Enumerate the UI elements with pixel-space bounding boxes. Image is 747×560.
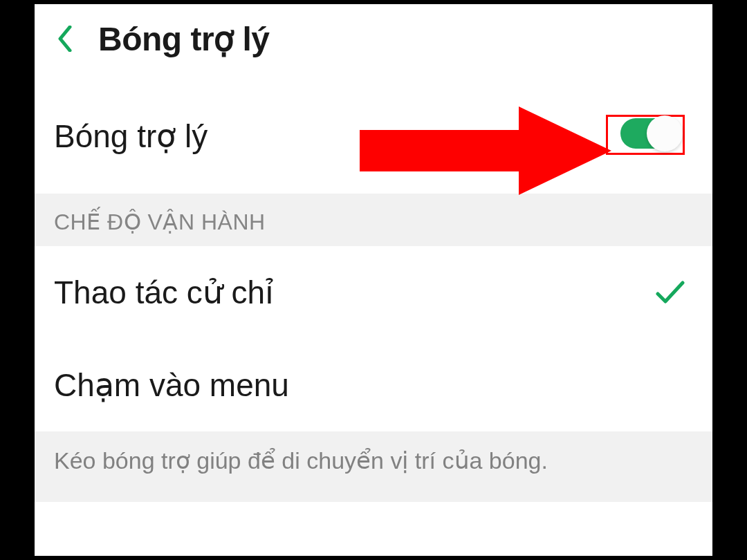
option-label: Chạm vào menu (54, 366, 289, 404)
option-tap-menu[interactable]: Chạm vào menu (35, 339, 712, 431)
header-bar: Bóng trợ lý (35, 4, 712, 79)
toggle-highlight-box (606, 115, 685, 158)
section-header-label: CHẾ ĐỘ VẬN HÀNH (54, 209, 693, 235)
assistive-ball-switch[interactable] (620, 118, 680, 149)
checkmark-icon (656, 278, 685, 307)
help-text: Kéo bóng trợ giúp để di chuyển vị trí củ… (54, 447, 693, 474)
assistive-ball-toggle-row[interactable]: Bóng trợ lý (35, 79, 712, 194)
help-footer: Kéo bóng trợ giúp để di chuyển vị trí củ… (35, 431, 712, 502)
option-gesture[interactable]: Thao tác cử chỉ (35, 246, 712, 339)
section-header: CHẾ ĐỘ VẬN HÀNH (35, 194, 712, 246)
back-button[interactable] (55, 25, 75, 53)
screenshot-frame: Bóng trợ lý Bóng trợ lý CHẾ ĐỘ VẬN HÀNH … (0, 0, 747, 560)
chevron-left-icon (57, 26, 73, 52)
page-title: Bóng trợ lý (98, 19, 270, 58)
switch-knob-icon (647, 115, 683, 151)
assistive-ball-label: Bóng trợ lý (54, 118, 208, 155)
settings-panel: Bóng trợ lý Bóng trợ lý CHẾ ĐỘ VẬN HÀNH … (35, 4, 712, 556)
option-label: Thao tác cử chỉ (54, 274, 274, 311)
